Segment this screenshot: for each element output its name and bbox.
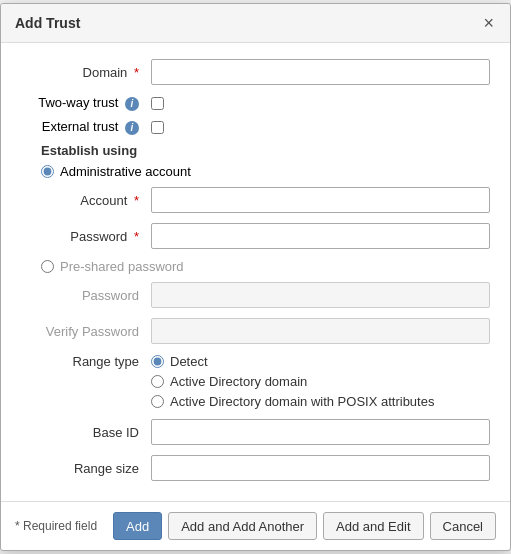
range-type-options: Detect Active Directory domain Active Di… — [151, 354, 434, 409]
domain-label: Domain * — [21, 65, 151, 80]
external-trust-label-area: External trust i — [21, 119, 151, 135]
preshared-radio-row[interactable]: Pre-shared password — [41, 259, 490, 274]
range-type-ad-posix-option[interactable]: Active Directory domain with POSIX attri… — [151, 394, 434, 409]
preshared-password-label: Password — [21, 288, 151, 303]
add-trust-dialog: Add Trust × Domain * Two-way trust i Ext… — [0, 3, 511, 551]
two-way-trust-label-area: Two-way trust i — [21, 95, 151, 111]
two-way-trust-label: Two-way trust — [38, 95, 118, 110]
verify-password-label: Verify Password — [21, 324, 151, 339]
preshared-radio[interactable] — [41, 260, 54, 273]
external-trust-info-icon[interactable]: i — [125, 121, 139, 135]
range-type-ad-posix-radio[interactable] — [151, 395, 164, 408]
range-type-detect-radio[interactable] — [151, 355, 164, 368]
range-size-label: Range size — [21, 461, 151, 476]
admin-password-required-star: * — [134, 229, 139, 244]
admin-account-radio-row[interactable]: Administrative account — [41, 164, 490, 179]
admin-account-radio[interactable] — [41, 165, 54, 178]
base-id-input[interactable] — [151, 419, 490, 445]
external-trust-checkbox[interactable] — [151, 121, 164, 134]
range-type-detect-option[interactable]: Detect — [151, 354, 434, 369]
dialog-header: Add Trust × — [1, 4, 510, 43]
range-size-row: Range size — [21, 455, 490, 481]
cancel-button[interactable]: Cancel — [430, 512, 496, 540]
base-id-row: Base ID — [21, 419, 490, 445]
account-input[interactable] — [151, 187, 490, 213]
account-row: Account * — [21, 187, 490, 213]
preshared-radio-label[interactable]: Pre-shared password — [60, 259, 184, 274]
dialog-footer: * Required field Add Add and Add Another… — [1, 501, 510, 550]
dialog-body: Domain * Two-way trust i External trust … — [1, 43, 510, 501]
footer-buttons: Add Add and Add Another Add and Edit Can… — [113, 512, 496, 540]
range-type-row: Range type Detect Active Directory domai… — [21, 354, 490, 409]
domain-row: Domain * — [21, 59, 490, 85]
range-type-label: Range type — [21, 354, 151, 369]
two-way-trust-checkbox[interactable] — [151, 97, 164, 110]
base-id-label: Base ID — [21, 425, 151, 440]
two-way-trust-row: Two-way trust i — [21, 95, 490, 111]
admin-password-row: Password * — [21, 223, 490, 249]
account-required-star: * — [134, 193, 139, 208]
verify-password-input[interactable] — [151, 318, 490, 344]
domain-required-star: * — [134, 65, 139, 80]
add-and-edit-button[interactable]: Add and Edit — [323, 512, 423, 540]
add-button[interactable]: Add — [113, 512, 162, 540]
external-trust-label: External trust — [42, 119, 119, 134]
range-type-ad-radio[interactable] — [151, 375, 164, 388]
dialog-title: Add Trust — [15, 15, 80, 31]
range-type-ad-option[interactable]: Active Directory domain — [151, 374, 434, 389]
close-button[interactable]: × — [481, 14, 496, 32]
admin-account-radio-label[interactable]: Administrative account — [60, 164, 191, 179]
two-way-trust-info-icon[interactable]: i — [125, 97, 139, 111]
range-size-input[interactable] — [151, 455, 490, 481]
preshared-password-input[interactable] — [151, 282, 490, 308]
admin-password-label: Password * — [21, 229, 151, 244]
verify-password-row: Verify Password — [21, 318, 490, 344]
admin-password-input[interactable] — [151, 223, 490, 249]
domain-input[interactable] — [151, 59, 490, 85]
required-note: * Required field — [15, 519, 97, 533]
establish-using-heading: Establish using — [21, 143, 490, 158]
preshared-password-row: Password — [21, 282, 490, 308]
external-trust-row: External trust i — [21, 119, 490, 135]
add-and-add-another-button[interactable]: Add and Add Another — [168, 512, 317, 540]
account-label: Account * — [21, 193, 151, 208]
